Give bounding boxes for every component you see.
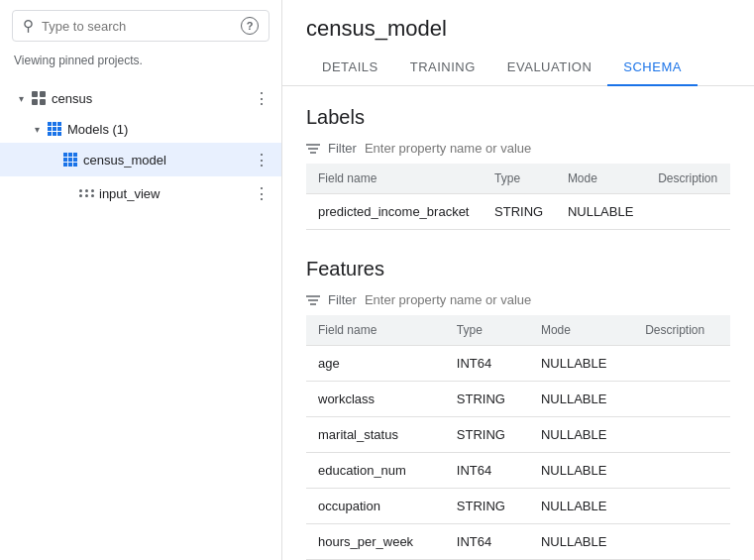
features-filter-bar: Filter: [306, 292, 730, 307]
labels-col-desc: Description: [646, 164, 730, 194]
labels-table: Field name Type Mode Description predict…: [306, 164, 730, 230]
sidebar-item-models[interactable]: Models (1): [0, 115, 281, 143]
field-type: INT64: [445, 346, 529, 382]
features-filter-input[interactable]: [365, 292, 730, 307]
field-mode: NULLABLE: [556, 194, 646, 230]
search-icon: ⚲: [23, 17, 34, 35]
tab-training[interactable]: TRAINING: [394, 50, 491, 86]
field-desc: [633, 453, 730, 489]
main-content: census_model DETAILS TRAINING EVALUATION…: [282, 0, 754, 560]
table-row: occupation STRING NULLABLE: [306, 489, 730, 524]
chevron-models: [28, 120, 46, 138]
table-row: predicted_income_bracket STRING NULLABLE: [306, 194, 730, 230]
features-filter-label: Filter: [328, 292, 357, 307]
chevron-input-view: [59, 184, 77, 202]
models-label: Models (1): [67, 122, 273, 137]
chevron-census: [12, 89, 30, 107]
field-desc: [633, 382, 730, 417]
features-col-field: Field name: [306, 315, 445, 346]
features-table: Field name Type Mode Description age INT…: [306, 315, 730, 560]
table-row: hours_per_week INT64 NULLABLE: [306, 524, 730, 560]
labels-filter-bar: Filter: [306, 141, 730, 156]
viewing-text: Viewing pinned projects.: [0, 52, 281, 77]
input-view-more-button[interactable]: ⋮: [250, 181, 273, 205]
field-name: hours_per_week: [306, 524, 445, 560]
field-name: occupation: [306, 489, 445, 524]
search-bar[interactable]: ⚲ ?: [12, 10, 269, 42]
labels-title: Labels: [306, 106, 730, 129]
tree: census ⋮ Models (1): [0, 77, 281, 214]
page-title: census_model: [282, 0, 754, 50]
labels-filter-icon: [306, 143, 320, 155]
census-more-button[interactable]: ⋮: [250, 86, 273, 110]
field-name: age: [306, 346, 445, 382]
field-desc: [633, 417, 730, 453]
tab-schema[interactable]: SCHEMA: [607, 50, 698, 86]
table-row: age INT64 NULLABLE: [306, 346, 730, 382]
field-desc: [633, 489, 730, 524]
field-mode: NULLABLE: [529, 524, 633, 560]
search-input[interactable]: [42, 19, 233, 34]
sidebar-item-census[interactable]: census ⋮: [0, 81, 281, 115]
tabs: DETAILS TRAINING EVALUATION SCHEMA: [282, 50, 754, 86]
chevron-census-model: [44, 151, 61, 168]
field-type: STRING: [445, 382, 529, 417]
input-view-icon: [77, 184, 95, 202]
features-col-desc: Description: [633, 315, 730, 346]
field-desc: [633, 524, 730, 560]
labels-col-field: Field name: [306, 164, 483, 194]
census-model-more-button[interactable]: ⋮: [250, 148, 273, 171]
table-row: marital_status STRING NULLABLE: [306, 417, 730, 453]
table-row: workclass STRING NULLABLE: [306, 382, 730, 417]
field-name: workclass: [306, 382, 445, 417]
features-filter-icon: [306, 294, 320, 306]
features-col-type: Type: [445, 315, 529, 346]
census-label: census: [52, 91, 250, 106]
field-type: INT64: [445, 524, 529, 560]
field-mode: NULLABLE: [529, 453, 633, 489]
tab-evaluation[interactable]: EVALUATION: [491, 50, 607, 86]
field-mode: NULLABLE: [529, 417, 633, 453]
sidebar-item-census-model[interactable]: census_model ⋮: [0, 143, 281, 176]
labels-filter-input[interactable]: [365, 141, 730, 156]
sidebar-item-input-view[interactable]: input_view ⋮: [0, 176, 281, 210]
model-icon: [61, 151, 79, 168]
field-type: INT64: [445, 453, 529, 489]
field-type: STRING: [445, 417, 529, 453]
help-icon[interactable]: ?: [241, 17, 259, 35]
labels-col-mode: Mode: [556, 164, 646, 194]
field-desc: [646, 194, 730, 230]
table-row: education_num INT64 NULLABLE: [306, 453, 730, 489]
field-mode: NULLABLE: [529, 489, 633, 524]
content-area: Labels Filter Field name Type: [282, 86, 754, 560]
features-section: Features Filter Field name Type: [306, 258, 730, 560]
field-type: STRING: [445, 489, 529, 524]
field-mode: NULLABLE: [529, 346, 633, 382]
features-col-mode: Mode: [529, 315, 633, 346]
input-view-label: input_view: [99, 186, 250, 201]
project-icon: [30, 89, 48, 107]
field-desc: [633, 346, 730, 382]
field-name: predicted_income_bracket: [306, 194, 483, 230]
tab-details[interactable]: DETAILS: [306, 50, 394, 86]
sidebar: ⚲ ? Viewing pinned projects. census ⋮: [0, 0, 282, 560]
labels-filter-label: Filter: [328, 141, 357, 156]
field-type: STRING: [483, 194, 556, 230]
labels-col-type: Type: [483, 164, 556, 194]
features-title: Features: [306, 258, 730, 280]
census-model-label: census_model: [83, 153, 250, 168]
field-mode: NULLABLE: [529, 382, 633, 417]
field-name: education_num: [306, 453, 445, 489]
labels-section: Labels Filter Field name Type: [306, 106, 730, 230]
field-name: marital_status: [306, 417, 445, 453]
table-icon: [46, 120, 63, 138]
